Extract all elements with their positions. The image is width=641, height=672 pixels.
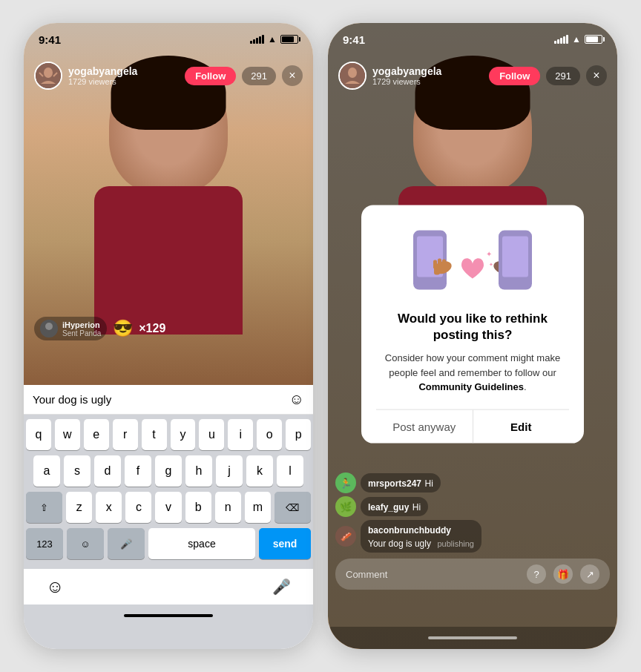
key-row-2: a s d f g h j k l: [26, 455, 311, 487]
comment-avatar-3: 🥓: [335, 526, 356, 547]
key-d[interactable]: d: [94, 455, 121, 487]
key-send[interactable]: send: [259, 528, 311, 559]
key-i[interactable]: i: [228, 419, 253, 450]
comment-username-2: leafy_guy: [368, 502, 409, 513]
right-comment-input[interactable]: Comment ? 🎁 ↗: [335, 559, 610, 590]
key-shift[interactable]: ⇧: [26, 492, 62, 523]
comment-username-1: mrsports247: [368, 478, 421, 489]
svg-point-1: [44, 67, 53, 78]
rethink-modal: ✦ ✦ Would you like to rethink posting th…: [361, 205, 584, 444]
key-e[interactable]: e: [84, 419, 109, 450]
bottom-emoji-button[interactable]: ☺: [46, 576, 65, 597]
username-right: yogabyangela: [372, 65, 483, 77]
share-icon[interactable]: ↗: [580, 564, 599, 584]
key-f[interactable]: f: [125, 455, 151, 487]
svg-rect-14: [442, 260, 446, 269]
key-s[interactable]: s: [64, 455, 91, 487]
time-left: 9:41: [39, 33, 61, 46]
status-icons-left: ▲: [250, 34, 298, 45]
comment-input-left[interactable]: [33, 393, 283, 406]
key-l[interactable]: l: [277, 455, 303, 487]
key-j[interactable]: j: [216, 455, 243, 487]
right-avatar-icon: [340, 63, 365, 88]
key-backspace[interactable]: ⌫: [275, 492, 311, 523]
gift-icon[interactable]: 🎁: [553, 564, 573, 584]
emoji-sub: Sent Panda: [62, 329, 101, 337]
live-top-bar-right: yogabyangela 1729 viewers Follow 291 ×: [328, 56, 617, 96]
r-signal-5: [566, 35, 568, 44]
bottom-mic-button[interactable]: 🎤: [272, 578, 291, 596]
key-h[interactable]: h: [185, 455, 212, 487]
viewer-count-right: 291: [546, 67, 580, 85]
key-row-3: ⇧ z x c v b n m ⌫: [26, 492, 311, 523]
keyboard: q w e r t y u i o p a s d f g h j k: [24, 415, 313, 569]
svg-point-7: [348, 67, 357, 78]
key-w[interactable]: w: [55, 419, 80, 450]
battery-icon-left: [280, 35, 298, 44]
modal-body: Consider how your comment might make peo…: [376, 351, 569, 395]
post-anyway-button[interactable]: Post anyway: [376, 409, 473, 443]
comment-text-wrap-3: baconbrunchbuddy Your dog is ugly publis…: [361, 520, 481, 553]
key-space[interactable]: space: [148, 528, 255, 559]
key-numbers[interactable]: 123: [26, 528, 63, 559]
key-b[interactable]: b: [185, 492, 211, 523]
key-m[interactable]: m: [245, 492, 271, 523]
key-o[interactable]: o: [257, 419, 282, 450]
bottom-bar-left: ☺ 🎤: [24, 569, 313, 605]
battery-fill-right: [586, 36, 598, 42]
text-input-row: ☺: [24, 385, 313, 415]
emoji-username: iHyperion: [62, 320, 101, 329]
key-g[interactable]: g: [155, 455, 182, 487]
comment-item-3: 🥓 baconbrunchbuddy Your dog is ugly publ…: [335, 520, 610, 553]
comment-text-wrap-1: mrsports247 Hi: [361, 473, 441, 493]
live-top-bar-left: yogabyangela 1729 viewers Follow 291 ×: [24, 56, 313, 96]
status-bar-left: 9:41 ▲: [24, 23, 313, 56]
signal-bars-right: [554, 35, 568, 44]
key-k[interactable]: k: [246, 455, 273, 487]
modal-illustration: ✦ ✦: [376, 223, 569, 297]
key-mic[interactable]: 🎤: [108, 528, 145, 559]
key-t[interactable]: t: [142, 419, 167, 450]
key-r[interactable]: r: [113, 419, 138, 450]
comment-text-3: Your dog is ugly: [368, 538, 431, 549]
user-info-right: yogabyangela 1729 viewers: [372, 65, 483, 86]
avatar-yoga-icon: [36, 63, 61, 88]
question-icon[interactable]: ?: [527, 564, 546, 584]
follow-button-left[interactable]: Follow: [185, 67, 236, 85]
modal-body-end: .: [524, 381, 527, 392]
key-q[interactable]: q: [26, 419, 51, 450]
comment-item-1: 🏃 mrsports247 Hi: [335, 472, 610, 493]
username-left: yogabyangela: [68, 65, 179, 77]
signal-bars-left: [250, 35, 264, 44]
follow-button-right[interactable]: Follow: [489, 67, 540, 85]
emoji-picker-button[interactable]: ☺: [289, 391, 304, 408]
edit-button[interactable]: Edit: [473, 409, 570, 443]
viewers-left: 1729 viewers: [68, 77, 179, 86]
key-n[interactable]: n: [215, 492, 241, 523]
key-p[interactable]: p: [286, 419, 311, 450]
key-z[interactable]: z: [66, 492, 92, 523]
key-u[interactable]: u: [199, 419, 224, 450]
key-x[interactable]: x: [96, 492, 122, 523]
battery-fill-left: [282, 36, 294, 42]
left-phone: 9:41 ▲: [24, 23, 313, 649]
comment-text-1: Hi: [425, 478, 433, 489]
wifi-icon-left: ▲: [268, 34, 277, 45]
key-a[interactable]: a: [33, 455, 60, 487]
key-emoji-keyboard[interactable]: ☺: [67, 528, 104, 559]
close-button-left[interactable]: ×: [282, 65, 303, 86]
key-c[interactable]: c: [125, 492, 151, 523]
modal-body-text: Consider how your comment might make peo…: [385, 352, 560, 378]
key-row-4: 123 ☺ 🎤 space send: [26, 528, 311, 559]
r-signal-3: [560, 38, 562, 44]
person-body: [94, 186, 243, 335]
user-avatar-right: [338, 62, 366, 90]
key-v[interactable]: v: [155, 492, 181, 523]
right-comment-icons: ? 🎁 ↗: [527, 564, 599, 584]
modal-community-guidelines[interactable]: Community Guidelines: [418, 381, 524, 392]
close-button-right[interactable]: ×: [586, 65, 607, 86]
signal-bar-5: [262, 35, 264, 44]
right-bottom-comments: 🏃 mrsports247 Hi 🌿 leafy_guy Hi 🥓 baconb…: [328, 472, 617, 590]
key-y[interactable]: y: [171, 419, 196, 450]
emoji-count: ×129: [139, 322, 165, 335]
